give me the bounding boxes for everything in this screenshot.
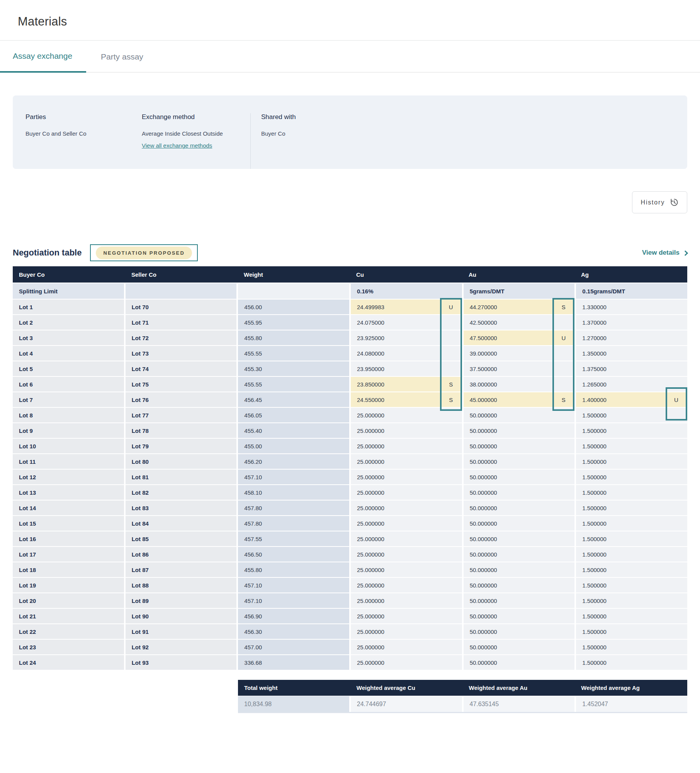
ag-value-cell: 1.265000 [576,377,687,392]
weight-cell: 336.68 [238,655,349,670]
seller-lot-cell: Lot 86 [126,547,237,562]
au-value-cell: 50.000000 [464,454,575,469]
view-details-link[interactable]: View details [642,249,687,257]
ag-value-cell: 1.500000 [576,547,687,562]
au-value-cell: 50.000000 [464,516,575,531]
ag-value-cell: 1.500000 [576,408,687,422]
seller-lot-cell: Lot 76 [126,392,237,407]
column-header-seller: Seller Co [125,266,238,283]
au-value-cell: 42.500000 [464,315,575,330]
au-value-cell: 50.000000 [464,593,575,608]
cu-value-cell: 25.000000 [351,485,462,500]
exchange-method-label: Exchange method [142,113,250,121]
weight-cell: 455.80 [238,330,349,345]
cu-value-cell: 24.075000 [351,315,462,330]
parties-value: Buyer Co and Seller Co [25,130,142,137]
weight-cell: 457.80 [238,501,349,515]
weight-cell: 457.10 [238,593,349,608]
au-value-cell: 50.000000 [464,408,575,422]
view-exchange-methods-link[interactable]: View all exchange methods [142,142,250,149]
weight-cell: 456.00 [238,300,349,314]
au-value-cell: 50.000000 [464,423,575,438]
seller-lot-cell: Lot 74 [126,361,237,376]
weighted-average-cu-value: 24.744697 [351,696,462,712]
weighted-average-cu-header: Weighted average Cu [350,680,463,696]
cu-value-cell: 24.499983U [351,300,462,314]
tab-party-assay[interactable]: Party assay [86,41,158,73]
history-button[interactable]: History [632,191,687,213]
buyer-lot-cell: Lot 23 [13,640,124,654]
chevron-right-icon [683,250,688,255]
cu-value-cell: 25.000000 [351,655,462,670]
weight-cell: 456.90 [238,609,349,623]
buyer-lot-cell: Lot 17 [13,547,124,562]
ag-value-cell: 1.500000 [576,516,687,531]
seller-lot-cell: Lot 73 [126,346,237,361]
au-value-cell: 50.000000 [464,531,575,546]
seller-lot-cell: Lot 90 [126,609,237,623]
cu-value-cell: 25.000000 [351,470,462,484]
seller-lot-cell: Lot 77 [126,408,237,422]
column-header-ag: Ag [575,266,687,283]
parties-label: Parties [25,113,142,121]
ag-value-cell: 1.500000 [576,454,687,469]
seller-lot-cell: Lot 75 [126,377,237,392]
au-value-cell: 50.000000 [464,501,575,515]
view-details-label: View details [642,249,680,257]
buyer-lot-cell: Lot 22 [13,624,124,639]
cu-value-cell: 25.000000 [351,593,462,608]
weighted-average-au-value: 47.635145 [464,696,575,712]
seller-lot-cell: Lot 72 [126,330,237,345]
exchange-summary-panel: Parties Buyer Co and Seller Co Exchange … [13,95,687,169]
au-value-cell: 45.000000S [464,392,575,407]
cu-value-cell: 23.925000 [351,330,462,345]
weight-cell: 458.10 [238,485,349,500]
buyer-lot-cell: Lot 15 [13,516,124,531]
ag-value-cell: 1.375000 [576,361,687,376]
weight-cell: 455.55 [238,377,349,392]
weight-cell: 456.30 [238,624,349,639]
seller-lot-cell: Lot 71 [126,315,237,330]
ag-value-cell: 1.500000 [576,624,687,639]
cu-value-cell: 25.000000 [351,640,462,654]
buyer-lot-cell: Lot 1 [13,300,124,314]
weight-cell: 457.55 [238,531,349,546]
cu-value-cell: 25.000000 [351,531,462,546]
ag-value-cell: 1.500000 [576,423,687,438]
cu-value-cell: 25.000000 [351,454,462,469]
cu-value-cell: 25.000000 [351,609,462,623]
weight-cell: 455.55 [238,346,349,361]
buyer-lot-cell: Lot 7 [13,392,124,407]
au-value-cell: 50.000000 [464,562,575,577]
cu-value-cell: 25.000000 [351,516,462,531]
tab-bar: Assay exchange Party assay [0,40,700,73]
buyer-lot-cell: Lot 18 [13,562,124,577]
au-value-cell: 50.000000 [464,655,575,670]
ag-value-cell: 1.500000 [576,655,687,670]
tab-assay-exchange[interactable]: Assay exchange [0,41,86,73]
cu-marker: S [440,392,462,407]
shared-with-label: Shared with [261,113,296,121]
table-body: Splitting Limit 0.16% 5grams/DMT 0.15gra… [13,283,687,670]
au-marker: S [552,392,574,407]
weight-cell: 457.10 [238,470,349,484]
buyer-lot-cell: Lot 9 [13,423,124,438]
buyer-lot-cell: Lot 16 [13,531,124,546]
cu-marker: S [440,377,462,392]
splitting-limit-au: 5grams/DMT [464,283,575,299]
column-header-buyer: Buyer Co [13,266,125,283]
buyer-lot-cell: Lot 3 [13,330,124,345]
ag-value-cell: 1.500000 [576,578,687,593]
ag-value-cell: 1.370000 [576,315,687,330]
ag-value-cell: 1.500000 [576,439,687,453]
seller-lot-cell: Lot 79 [126,439,237,453]
au-value-cell: 50.000000 [464,547,575,562]
page-header: Materials [0,0,700,40]
splitting-limit-cu: 0.16% [351,283,462,299]
page-title: Materials [18,15,682,29]
ag-value-cell: 1.500000 [576,531,687,546]
history-button-label: History [641,199,665,206]
buyer-lot-cell: Lot 10 [13,439,124,453]
splitting-limit-ag: 0.15grams/DMT [576,283,687,299]
ag-value-cell: 1.400000U [576,392,687,407]
